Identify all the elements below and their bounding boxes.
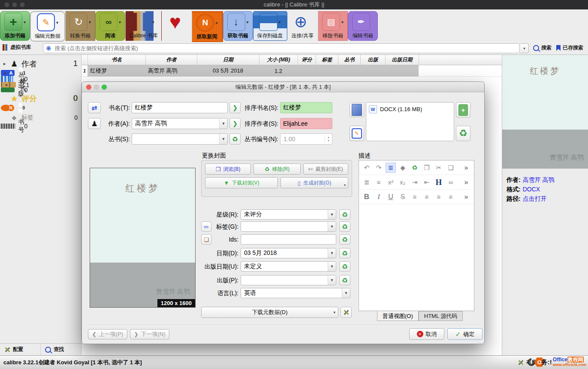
clear-ids-button[interactable]: ♻ [339,234,350,245]
select-all-icon[interactable]: ≣ [386,163,396,173]
author-sort-input[interactable] [280,118,332,129]
align-center-icon[interactable]: ≡ [422,192,432,202]
clear-pubdate-button[interactable]: ♻ [339,261,350,272]
outdent-icon[interactable]: ⇤ [422,177,432,188]
column-header[interactable]: 作者 [146,55,197,65]
comments-editor[interactable]: ↶↷≣◆♻❐✂❏» ≣≡x²x₂⇥⇤H∞» BIUS≡≡≡≡» [359,160,474,311]
series-index-spinner[interactable]: 1.00 ▴▾ [280,133,332,145]
trim-cover-button[interactable]: ✄ 裁剪封面(E) ▾ [303,163,348,175]
copy-icon[interactable]: ❐ [422,163,432,173]
column-header[interactable]: 评分 [298,55,316,65]
cover-preview[interactable]: 红楼梦 [502,55,588,130]
title-input[interactable] [132,102,228,113]
series-combo[interactable]: ▼ [132,133,228,145]
toolbar-edit-metadata[interactable]: ✎ ▾ 编辑元数据 [30,11,65,42]
paste-icon[interactable]: ❏ [446,163,456,173]
date-combo[interactable]: 03 5月 2018▼ [241,248,336,258]
download-metadata-button[interactable]: 下载元数据(D) ▾ [201,307,338,318]
italic-icon[interactable]: I [374,192,384,202]
redo-icon[interactable]: ↷ [374,163,384,173]
format-item[interactable]: W DOCX (1.16 MB) [369,105,451,113]
minimize-dialog-icon[interactable] [94,85,99,90]
formats-list[interactable]: W DOCX (1.16 MB) [366,102,454,141]
column-header[interactable]: 书名 [88,55,146,65]
strike-icon[interactable]: S [398,192,408,202]
set-cover-from-format-button[interactable] [350,103,364,117]
dropdown-arrow-icon[interactable]: ▾ [341,20,344,24]
zoom-window-icon[interactable] [20,2,25,7]
dropdown-arrow-icon[interactable]: ▾ [152,20,154,24]
find-button[interactable]: 查找 [41,344,81,355]
configure-button[interactable]: 配置 [0,344,41,355]
publisher-combo[interactable]: ▼ [241,275,336,285]
clear-date-button[interactable]: ♻ [339,248,350,258]
search-input[interactable] [54,45,519,52]
sidebar-item-tags[interactable]: ▸ ◆ 标签 0 [0,111,81,124]
column-header[interactable]: 丛书 [338,55,361,65]
ok-button[interactable]: ✓ 确定 [447,328,482,340]
zoom-dialog-icon[interactable] [102,85,107,90]
more-icon[interactable]: » [461,163,471,173]
toolbar-choose-library[interactable]: ▾ Calibre 书库 [125,11,162,41]
title-sort-input[interactable] [280,102,332,113]
tab-html-source[interactable]: HTML 源代码 [419,311,463,321]
expand-arrow-icon[interactable]: ▸ [4,70,7,76]
saved-searches-button[interactable]: 已存搜索 [556,44,583,51]
tags-combo[interactable]: ▼ [241,221,336,232]
pubdate-combo[interactable]: 未定义▼ [241,261,336,272]
recycle-icon[interactable]: ♻ [410,163,420,173]
clear-rating-button[interactable]: ♻ [339,209,350,220]
link-icon[interactable]: ∞ [446,177,456,188]
toolbar-fetch-news[interactable]: N ▾ 抓取新闻 [192,11,223,42]
column-header[interactable]: 大小 (MB) [259,55,298,65]
previous-button[interactable]: ❮ 上一项(P) [88,329,127,339]
expand-arrow-icon[interactable]: ▸ [3,61,10,67]
remove-cover-button[interactable]: ♻ 移除(R) ▾ [253,163,300,175]
download-cover-button[interactable]: ▼ 下载封面(V) ▾ [205,177,278,188]
cut-icon[interactable]: ✂ [434,163,444,173]
bold-icon[interactable]: B [362,192,372,202]
remove-format-button[interactable]: ♻ [456,126,470,141]
rating-combo[interactable]: 未评分▼ [241,209,336,220]
tab-normal-view[interactable]: 普通视图(O) [377,311,419,321]
next-button[interactable]: ❯ 下一项(N) [130,329,169,339]
sidebar-item-news[interactable]: ▸ N 新闻 0 [1,105,11,111]
format-link[interactable]: DOCX [523,186,540,194]
underline-icon[interactable]: U [386,192,396,202]
more-icon[interactable]: » [461,177,471,188]
toolbar-convert-books[interactable]: ↻ ▾ 转换书籍 [65,11,95,41]
search-history-dropdown[interactable]: ▾ [520,43,529,53]
clear-publisher-button[interactable]: ♻ [339,275,350,285]
toolbar-save-to-disk[interactable]: ▾ 保存到磁盘 [253,11,287,41]
align-right-icon[interactable]: ≡ [434,192,444,202]
undo-icon[interactable]: ↶ [362,163,372,173]
superscript-icon[interactable]: x² [386,177,396,188]
ids-input[interactable] [241,234,336,245]
author-combo[interactable]: 高雪芹 高鹗 ▼ [132,118,228,129]
dropdown-arrow-icon[interactable]: ▾ [279,20,281,24]
table-row[interactable]: 1 红楼梦 高雪芹 高鹗 03 5月 2018 1.2 [81,65,502,77]
column-header[interactable]: 日期 [197,55,259,65]
generate-cover-button[interactable]: ▯ 生成封面(G) ▾ [280,177,348,188]
align-left-icon[interactable]: ≡ [410,192,420,202]
sidebar-item-rating[interactable]: ▸ ★ 评分 0 [0,92,81,105]
toolbar-edit-book[interactable]: ✒ ▾ 编辑书籍 [348,11,378,41]
spinner-arrows-icon[interactable]: ▴▾ [325,136,332,142]
ordered-list-icon[interactable]: ≣ [362,177,372,188]
sidebar-item-languages[interactable]: ▸ A 语言 1 [1,70,11,76]
toolbar-get-books[interactable]: ↓ ▾ 获取书籍 [223,11,253,41]
close-dialog-icon[interactable] [86,85,91,90]
sidebar-item-authors[interactable]: ▸ ♟ 作者 1 [0,57,81,70]
search-button[interactable]: 搜索 [533,44,552,51]
toolbar-add-books[interactable]: + ▾ 添加书籍 [0,11,30,41]
dropdown-arrow-icon[interactable]: ▾ [24,20,26,24]
toolbar-view[interactable]: ∞ ▾ 阅读 [95,11,125,41]
virtual-library-button[interactable]: 虚拟书库 [3,44,31,51]
toolbar-donate[interactable]: ♥ ▾ [162,11,192,39]
dropdown-arrow-icon[interactable]: ▾ [119,20,121,24]
toolbar-remove-books[interactable]: ▤ ▾ 移除书籍 [318,11,348,41]
path-link[interactable]: 点击打开 [523,195,547,203]
toolbar-connect-share[interactable]: ⊕ ▾ 连接/共享 [287,11,318,41]
sidebar-item-series[interactable]: ▸ 丛书 0 [1,76,10,82]
more-icon[interactable]: » [461,192,471,202]
